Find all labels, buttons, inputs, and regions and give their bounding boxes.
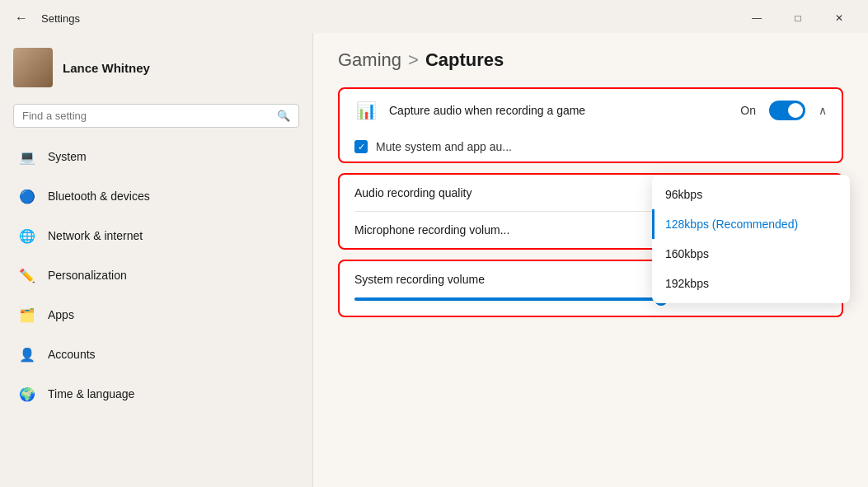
network-icon: 🌐 xyxy=(18,227,36,245)
sidebar-item-label-network: Network & internet xyxy=(48,229,143,242)
bluetooth-icon: 🔵 xyxy=(18,187,36,205)
capture-audio-card: 📊 Capture audio when recording a game On… xyxy=(338,87,843,163)
breadcrumb-parent: Gaming xyxy=(338,49,401,71)
search-input[interactable] xyxy=(22,110,270,122)
mute-label: Mute system and app au... xyxy=(376,140,512,153)
breadcrumb-separator: > xyxy=(408,49,419,71)
sidebar-item-label-system: System xyxy=(48,150,87,163)
expand-chevron-icon[interactable]: ∧ xyxy=(819,104,827,117)
toggle-area: On ∧ xyxy=(740,101,827,120)
sidebar-item-label-bluetooth: Bluetooth & devices xyxy=(48,190,150,203)
sidebar-item-label-time: Time & language xyxy=(48,387,134,400)
titlebar-title: Settings xyxy=(41,12,80,25)
audio-quality-label: Audio recording quality xyxy=(354,186,472,199)
audio-waveform-icon: 📊 xyxy=(354,101,378,120)
breadcrumb-current: Captures xyxy=(425,49,504,71)
toggle-state-label: On xyxy=(740,104,756,117)
dropdown-item-96kbps[interactable]: 96kbps xyxy=(652,180,850,209)
dropdown-item-192kbps[interactable]: 192kbps xyxy=(652,269,850,298)
mute-row: ✓ Mute system and app au... xyxy=(340,132,842,162)
dropdown-item-128kbps[interactable]: 128kbps (Recommended) xyxy=(652,209,850,239)
maximize-button[interactable]: □ xyxy=(779,6,817,30)
back-button[interactable]: ← xyxy=(10,9,33,27)
titlebar-controls: — □ ✕ xyxy=(738,6,858,30)
sidebar-item-accounts[interactable]: 👤 Accounts xyxy=(5,335,307,373)
content-area: Gaming > Captures 📊 Capture audio when r… xyxy=(313,33,868,487)
search-box: 🔍 xyxy=(13,104,299,128)
avatar xyxy=(13,48,53,87)
profile-section: Lance Whitney xyxy=(0,40,312,99)
audio-quality-card: Audio recording quality Microphone recor… xyxy=(338,173,843,250)
mute-checkbox[interactable]: ✓ xyxy=(354,140,368,153)
sidebar-item-system[interactable]: 💻 System xyxy=(5,138,307,176)
search-icon: 🔍 xyxy=(277,110,290,122)
personalization-icon: ✏️ xyxy=(18,266,36,284)
main-layout: Lance Whitney 🔍 💻 System 🔵 Bluetooth & d… xyxy=(0,33,868,487)
sidebar-item-label-apps: Apps xyxy=(48,308,74,321)
capture-audio-toggle[interactable] xyxy=(769,101,805,120)
sidebar-item-label-personalization: Personalization xyxy=(48,269,127,282)
sidebar-item-personalization[interactable]: ✏️ Personalization xyxy=(5,256,307,294)
search-container: 🔍 xyxy=(0,101,312,136)
sidebar: Lance Whitney 🔍 💻 System 🔵 Bluetooth & d… xyxy=(0,33,313,487)
profile-name: Lance Whitney xyxy=(63,61,150,75)
mic-volume-label: Microphone recording volum... xyxy=(354,223,509,236)
close-button[interactable]: ✕ xyxy=(820,6,858,30)
apps-icon: 🗂️ xyxy=(18,306,36,324)
sidebar-item-apps[interactable]: 🗂️ Apps xyxy=(5,296,307,334)
slider-fill xyxy=(354,297,661,301)
time-icon: 🌍 xyxy=(18,385,36,403)
titlebar-left: ← Settings xyxy=(10,9,80,27)
minimize-button[interactable]: — xyxy=(738,6,776,30)
breadcrumb: Gaming > Captures xyxy=(338,49,843,71)
toggle-knob xyxy=(788,103,803,118)
audio-quality-dropdown[interactable]: 96kbps 128kbps (Recommended) 160kbps 192… xyxy=(652,175,850,303)
dropdown-item-160kbps[interactable]: 160kbps xyxy=(652,239,850,269)
titlebar: ← Settings — □ ✕ xyxy=(0,0,868,33)
sidebar-item-network[interactable]: 🌐 Network & internet xyxy=(5,217,307,255)
sidebar-item-time[interactable]: 🌍 Time & language xyxy=(5,375,307,413)
sidebar-item-label-accounts: Accounts xyxy=(48,348,96,361)
capture-audio-row: 📊 Capture audio when recording a game On… xyxy=(340,89,842,132)
sidebar-item-bluetooth[interactable]: 🔵 Bluetooth & devices xyxy=(5,177,307,215)
accounts-icon: 👤 xyxy=(18,345,36,363)
capture-audio-label: Capture audio when recording a game xyxy=(389,104,729,117)
system-icon: 💻 xyxy=(18,148,36,166)
